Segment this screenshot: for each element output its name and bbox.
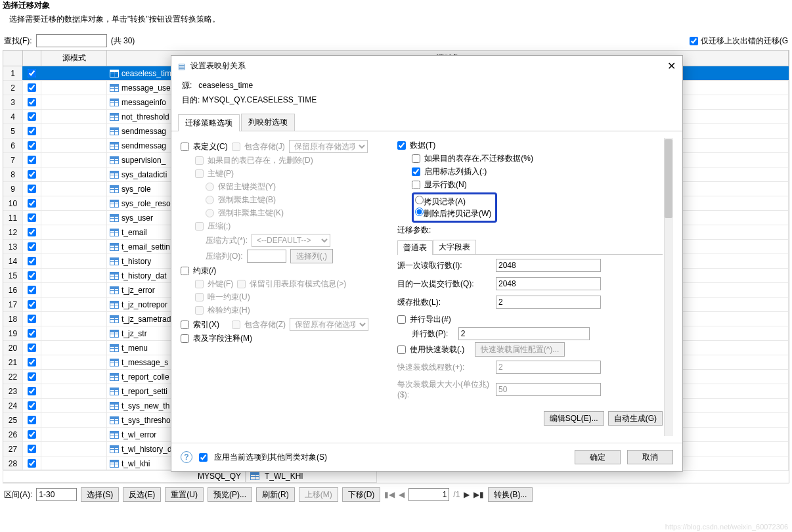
find-input[interactable]	[36, 34, 107, 47]
page-total: /1	[453, 490, 460, 499]
row-check[interactable]	[23, 456, 41, 470]
row-check[interactable]	[23, 95, 41, 109]
convert-button[interactable]: 转换(B)...	[488, 487, 533, 502]
constraint-checkbox[interactable]	[181, 267, 189, 275]
fast-load-checkbox[interactable]	[397, 345, 406, 354]
row-check[interactable]	[23, 442, 41, 456]
copy-record-radio[interactable]	[415, 196, 424, 204]
check-checkbox	[195, 306, 204, 315]
show-rows-checkbox[interactable]	[412, 181, 420, 189]
subtab-lob[interactable]: 大字段表	[433, 240, 476, 254]
row-check[interactable]	[23, 269, 41, 282]
row-check[interactable]	[23, 312, 41, 326]
invert-button[interactable]: 反选(E)	[123, 487, 161, 502]
page-input[interactable]	[408, 488, 449, 501]
row-check[interactable]	[23, 384, 41, 398]
row-check[interactable]	[23, 341, 41, 355]
row-check[interactable]	[23, 167, 41, 181]
row-check[interactable]	[23, 370, 41, 384]
edit-sql-button[interactable]: 编辑SQL(E)...	[544, 411, 604, 426]
nav-first-icon[interactable]: ▮◀	[384, 490, 395, 499]
move-up-button[interactable]: 上移(M)	[299, 487, 338, 502]
skip-if-exists-checkbox[interactable]	[412, 154, 420, 163]
src-batch-input[interactable]	[496, 259, 601, 272]
cancel-button[interactable]: 取消	[627, 450, 673, 464]
row-check[interactable]	[23, 428, 41, 441]
comments-checkbox[interactable]	[181, 334, 189, 343]
nav-prev-icon[interactable]: ◀	[399, 490, 405, 499]
tab-strategy[interactable]: 迁移策略选项	[178, 114, 240, 131]
move-down-button[interactable]: 下移(D)	[342, 487, 381, 502]
row-check[interactable]	[23, 182, 41, 196]
row-check[interactable]	[23, 399, 41, 412]
row-mode	[41, 124, 107, 138]
row-check[interactable]	[23, 298, 41, 311]
row-number: 12	[3, 225, 23, 239]
fast-max-label: 每次装载最大大小(单位兆)($):	[397, 379, 489, 399]
dst-batch-input[interactable]	[496, 277, 601, 290]
show-rows-label: 显示行数(N)	[424, 179, 467, 190]
close-icon[interactable]: ✕	[667, 60, 676, 72]
row-check[interactable]	[23, 326, 41, 340]
only-failed-label: 仅迁移上次出错的迁移(G	[701, 35, 788, 47]
row-mode	[41, 283, 107, 297]
fast-threads-label: 快速装载线程数(+):	[397, 362, 489, 373]
row-number: 18	[3, 312, 23, 326]
row-check[interactable]	[23, 254, 41, 268]
row-check[interactable]	[23, 81, 41, 95]
row-mode	[41, 110, 107, 123]
row-check[interactable]	[23, 355, 41, 369]
index-checkbox[interactable]	[181, 321, 189, 329]
row-check[interactable]	[23, 124, 41, 138]
reset-button[interactable]: 重置(U)	[165, 487, 204, 502]
table-icon	[110, 99, 119, 106]
table-icon	[110, 185, 119, 193]
row-check[interactable]	[23, 283, 41, 297]
dialog-title: 设置表映射关系	[190, 60, 246, 72]
refresh-button[interactable]: 刷新(R)	[256, 487, 295, 502]
row-check[interactable]	[23, 66, 41, 80]
only-failed-checkbox[interactable]	[690, 37, 698, 45]
parallel-count-input[interactable]	[458, 327, 590, 340]
table-icon	[110, 359, 119, 366]
delete-copy-radio[interactable]	[415, 208, 424, 216]
row-check[interactable]	[23, 225, 41, 239]
row-mode	[41, 167, 107, 181]
row-number: 19	[3, 326, 23, 340]
row-check[interactable]	[23, 211, 41, 225]
table-icon	[110, 402, 119, 410]
parallel-export-checkbox[interactable]	[397, 315, 406, 324]
row-check[interactable]	[23, 139, 41, 152]
row-number: 16	[3, 283, 23, 297]
nav-next-icon[interactable]: ▶	[464, 490, 470, 499]
tab-column-map[interactable]: 列映射选项	[241, 114, 295, 131]
pk-noncluster-radio	[206, 209, 214, 217]
nav-last-icon[interactable]: ▶▮	[473, 490, 484, 499]
select-button[interactable]: 选择(S)	[81, 487, 119, 502]
ok-button[interactable]: 确定	[575, 450, 621, 464]
include-store-checkbox	[232, 143, 240, 151]
range-input[interactable]	[36, 488, 77, 501]
parallel-export-label: 并行导出(#)	[410, 314, 451, 325]
table-icon	[110, 416, 119, 424]
params-label: 迁移参数:	[397, 225, 663, 236]
subtab-normal[interactable]: 普通表	[397, 240, 433, 255]
cache-input[interactable]	[496, 296, 601, 309]
row-check[interactable]	[23, 196, 41, 210]
help-icon[interactable]: ?	[181, 451, 192, 463]
row-mode	[41, 153, 107, 167]
scrollbar[interactable]	[664, 138, 673, 436]
apply-same-checkbox[interactable]	[199, 453, 208, 462]
row-check[interactable]	[23, 153, 41, 167]
pk-cluster-radio	[206, 196, 214, 204]
autogen-button[interactable]: 自动生成(G)	[608, 411, 663, 426]
header-mode[interactable]: 源模式	[41, 51, 107, 66]
preview-button[interactable]: 预览(P)...	[208, 487, 252, 502]
identity-insert-checkbox[interactable]	[412, 167, 420, 176]
table-def-checkbox[interactable]	[181, 143, 189, 151]
row-check[interactable]	[23, 413, 41, 427]
row-check[interactable]	[23, 110, 41, 123]
row-check[interactable]	[23, 240, 41, 254]
data-checkbox[interactable]	[397, 141, 406, 150]
row-number: 10	[3, 196, 23, 210]
